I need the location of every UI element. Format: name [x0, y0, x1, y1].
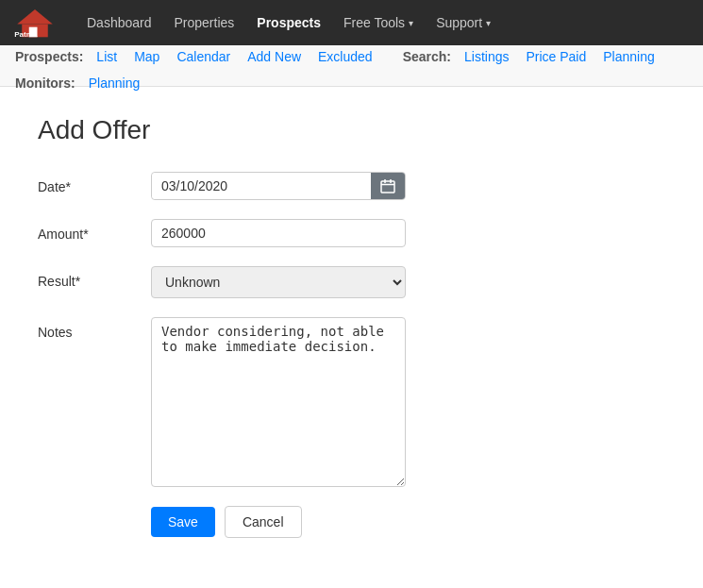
result-label: Result* [38, 266, 151, 289]
navbar-link-dashboard[interactable]: Dashboard [77, 9, 161, 36]
subnav-link-calendar[interactable]: Calendar [169, 45, 238, 68]
navbar-link-free-tools[interactable]: Free Tools ▾ [334, 9, 423, 36]
subnav-monitors-section: Monitors: Planning [15, 72, 147, 94]
date-label: Date* [38, 172, 151, 194]
navbar-link-properties[interactable]: Properties [165, 9, 244, 36]
subnav-link-map[interactable]: Map [126, 45, 167, 68]
save-button[interactable]: Save [151, 507, 215, 537]
logo[interactable]: Patma [11, 6, 59, 40]
button-row: Save Cancel [151, 506, 665, 538]
main-content: Add Offer Date* Amount* Result* Unknown … [0, 87, 703, 566]
subnav-link-excluded[interactable]: Excluded [310, 45, 380, 68]
free-tools-label: Free Tools [343, 15, 405, 30]
notes-textarea[interactable]: Vendor considering, not able to make imm… [151, 317, 406, 487]
navbar: Patma Dashboard Properties Prospects Fre… [0, 0, 703, 45]
cancel-button[interactable]: Cancel [225, 506, 302, 538]
subnav-link-planning-monitors[interactable]: Planning [81, 72, 148, 94]
chevron-down-icon: ▾ [486, 18, 491, 28]
date-input-wrapper [151, 172, 406, 200]
svg-marker-0 [17, 9, 53, 25]
subnav-link-price-paid[interactable]: Price Paid [518, 45, 594, 68]
svg-rect-4 [381, 181, 394, 193]
subnav-prospects-label: Prospects: [15, 49, 83, 64]
calendar-button[interactable] [371, 173, 405, 199]
amount-input[interactable] [151, 219, 406, 247]
page-title: Add Offer [38, 115, 665, 145]
subnav-monitors-label: Monitors: [15, 76, 75, 91]
subnav-link-add-new[interactable]: Add New [240, 45, 309, 68]
subnav-prospects-section: Prospects: List Map Calendar Add New Exc… [15, 45, 380, 68]
date-form-group: Date* [38, 172, 665, 200]
subnav-link-listings[interactable]: Listings [457, 45, 516, 68]
amount-form-group: Amount* [38, 219, 665, 247]
support-label: Support [436, 15, 482, 30]
notes-form-group: Notes Vendor considering, not able to ma… [38, 317, 665, 487]
navbar-links: Dashboard Properties Prospects Free Tool… [77, 9, 500, 36]
chevron-down-icon: ▾ [409, 18, 413, 28]
svg-text:Patma: Patma [14, 30, 38, 39]
subnav-search-section: Search: Listings Price Paid Planning [403, 45, 662, 68]
navbar-link-support[interactable]: Support ▾ [427, 9, 500, 36]
result-select[interactable]: Unknown Accepted Rejected Pending [151, 266, 406, 298]
subnav-link-planning-search[interactable]: Planning [595, 45, 662, 68]
navbar-link-prospects[interactable]: Prospects [247, 9, 330, 36]
amount-label: Amount* [38, 219, 151, 242]
date-input[interactable] [152, 173, 371, 199]
notes-label: Notes [38, 317, 151, 340]
subnav-search-label: Search: [403, 49, 451, 64]
calendar-icon [380, 178, 395, 193]
result-form-group: Result* Unknown Accepted Rejected Pendin… [38, 266, 665, 298]
subnav-link-list[interactable]: List [89, 45, 125, 68]
subnav: Prospects: List Map Calendar Add New Exc… [0, 45, 703, 87]
